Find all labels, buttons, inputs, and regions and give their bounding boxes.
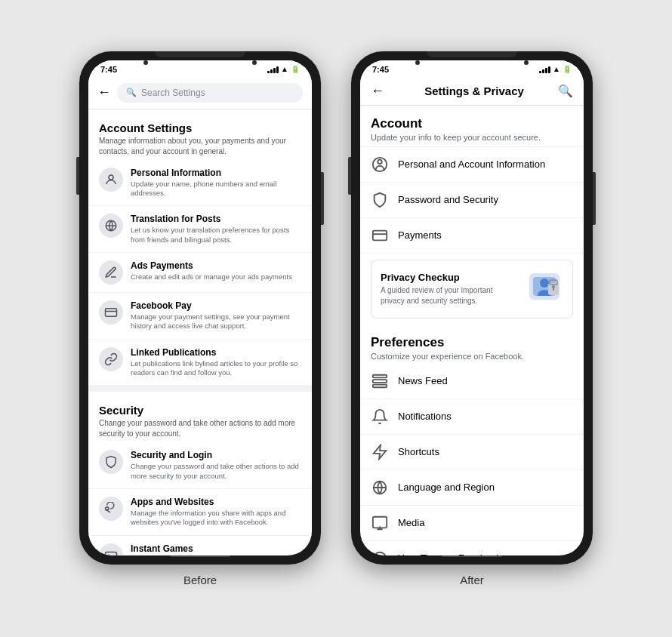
before-scroll-area[interactable]: Account Settings Manage information abou… [88, 109, 312, 555]
before-status-icons: ▲ 🔋 [267, 65, 300, 73]
security-login-item[interactable]: Security and Login Change your password … [88, 442, 312, 489]
password-security-item[interactable]: Password and Security [360, 183, 584, 218]
ads-icon [99, 260, 123, 285]
svg-rect-16 [373, 380, 387, 383]
security-section-title: Security [99, 404, 301, 417]
svg-rect-7 [373, 230, 387, 240]
after-status-icons: ▲ 🔋 [539, 65, 572, 73]
time-on-facebook-item[interactable]: Your Time on Facebook [360, 541, 584, 555]
personal-info-icon [99, 168, 123, 192]
personal-info-text: Personal Information Update your name, p… [131, 168, 301, 198]
before-phone-wrapper: 7:45 ▲ 🔋 ← [79, 51, 321, 586]
after-battery-icon: 🔋 [563, 65, 572, 73]
after-time: 7:45 [372, 65, 389, 74]
before-time: 7:45 [100, 65, 117, 74]
search-box[interactable]: 🔍 Search Settings [117, 83, 303, 103]
account-section-header: Account Settings Manage information abou… [88, 109, 312, 160]
password-security-icon [371, 191, 389, 209]
svg-marker-18 [374, 445, 387, 458]
after-phone-wrapper: 7:45 ▲ 🔋 ← Settings [351, 51, 593, 586]
time-icon [371, 549, 389, 555]
pay-text: Facebook Pay Manage your payment setting… [131, 300, 301, 331]
svg-rect-2 [106, 309, 117, 317]
preferences-subtitle: Customize your experience on Facebook. [371, 352, 573, 361]
media-label: Media [398, 517, 424, 528]
notifications-icon [371, 408, 389, 426]
after-nav-title: Settings & Privacy [424, 85, 524, 97]
language-region-icon [371, 479, 389, 497]
payments-label: Payments [398, 229, 442, 241]
apps-icon [99, 497, 123, 521]
ads-text: Ads Payments Create and edit ads or mana… [131, 260, 301, 282]
svg-rect-15 [373, 374, 387, 377]
pay-icon [99, 300, 123, 325]
translation-icon [99, 214, 123, 238]
svg-rect-14 [553, 288, 554, 291]
language-region-label: Language and Region [398, 482, 495, 493]
shortcuts-item[interactable]: Shortcuts [360, 435, 584, 470]
news-feed-label: News Feed [398, 375, 448, 386]
apps-websites-item[interactable]: Apps and Websites Manage the information… [88, 489, 312, 536]
svg-rect-4 [106, 552, 117, 555]
after-back-button[interactable]: ← [371, 83, 384, 99]
news-feed-item[interactable]: News Feed [360, 364, 584, 399]
svg-point-10 [540, 278, 549, 288]
security-section-subtitle: Change your password and take other acti… [99, 418, 301, 439]
news-feed-icon [371, 372, 389, 390]
language-region-item[interactable]: Language and Region [360, 470, 584, 506]
personal-account-item[interactable]: Personal and Account Information [360, 147, 584, 183]
after-scroll-area[interactable]: Account Update your info to keep your ac… [360, 106, 584, 555]
translation-item[interactable]: Translation for Posts Let us know your t… [88, 206, 312, 253]
before-label: Before [183, 574, 217, 586]
linked-pubs-text: Linked Publications Let publications lin… [131, 347, 301, 378]
linked-pubs-item[interactable]: Linked Publications Let publications lin… [88, 340, 312, 386]
before-status-bar: 7:45 ▲ 🔋 [88, 60, 312, 77]
privacy-card-illustration [526, 269, 563, 309]
instant-games-item[interactable]: Instant Games View and remove Instant Ga… [88, 536, 312, 555]
account-section-subtitle: Manage information about you, your payme… [99, 136, 301, 157]
password-security-label: Password and Security [398, 194, 498, 205]
translation-text: Translation for Posts Let us know your t… [131, 214, 301, 245]
facebook-pay-item[interactable]: Facebook Pay Manage your payment setting… [88, 293, 312, 340]
payments-icon [371, 226, 389, 245]
back-button[interactable]: ← [97, 85, 111, 100]
svg-point-6 [378, 159, 382, 164]
notifications-item[interactable]: Notifications [360, 399, 584, 435]
after-wifi-icon: ▲ [553, 65, 560, 73]
notifications-label: Notifications [398, 411, 452, 422]
preferences-title: Preferences [371, 335, 573, 350]
personal-info-item[interactable]: Personal Information Update your name, p… [88, 160, 312, 207]
svg-rect-20 [373, 516, 387, 528]
after-nav-bar: ← Settings & Privacy 🔍 [360, 77, 584, 106]
svg-point-0 [109, 175, 113, 180]
account-subtitle: Update your info to keep your account se… [371, 133, 573, 142]
shortcuts-label: Shortcuts [398, 446, 439, 457]
preferences-section-header: Preferences Customize your experience on… [360, 325, 584, 364]
svg-point-21 [374, 552, 387, 555]
before-phone: 7:45 ▲ 🔋 ← [79, 51, 321, 565]
search-icon: 🔍 [126, 88, 137, 97]
personal-account-icon [371, 155, 389, 174]
battery-icon: 🔋 [291, 65, 300, 73]
privacy-card-text: Privacy Checkup A guided review of your … [381, 272, 518, 306]
media-item[interactable]: Media [360, 506, 584, 541]
wifi-icon: ▲ [281, 65, 288, 73]
media-icon [371, 514, 389, 532]
ads-payments-item[interactable]: Ads Payments Create and edit ads or mana… [88, 253, 312, 293]
apps-text: Apps and Websites Manage the information… [131, 497, 301, 528]
time-label: Your Time on Facebook [398, 552, 501, 555]
privacy-card-title: Privacy Checkup [381, 272, 518, 283]
search-placeholder: Search Settings [141, 88, 205, 98]
privacy-checkup-card[interactable]: Privacy Checkup A guided review of your … [371, 260, 573, 318]
after-account-section: Account Update your info to keep your ac… [360, 106, 584, 147]
payments-item[interactable]: Payments [360, 218, 584, 254]
security-section-header: Security Change your password and take o… [88, 392, 312, 442]
personal-account-label: Personal and Account Information [398, 158, 545, 170]
after-search-button[interactable]: 🔍 [558, 84, 573, 98]
divider [88, 386, 312, 392]
after-signal-icon [539, 66, 550, 73]
svg-rect-17 [373, 384, 387, 387]
games-icon [99, 543, 123, 555]
account-section-title: Account Settings [99, 122, 301, 134]
after-phone: 7:45 ▲ 🔋 ← Settings [351, 51, 593, 565]
